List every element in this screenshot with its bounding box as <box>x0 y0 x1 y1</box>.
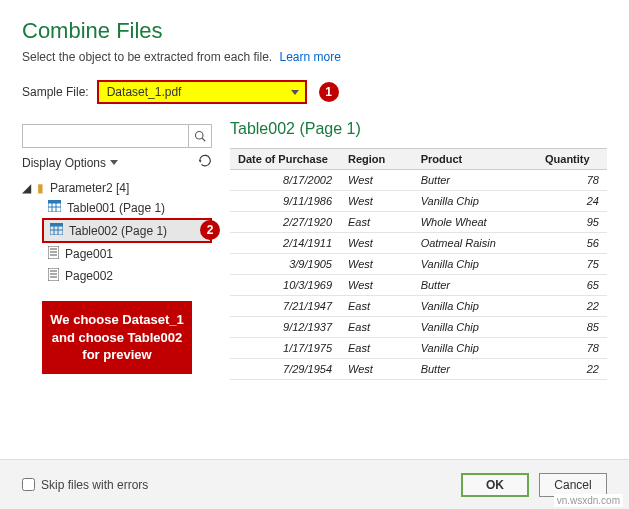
skip-files-checkbox[interactable] <box>22 478 35 491</box>
table-row[interactable]: 10/3/1969WestButter65 <box>230 275 607 296</box>
table-cell: Vanilla Chip <box>413 191 537 212</box>
svg-rect-14 <box>50 223 63 226</box>
chevron-down-icon <box>110 160 118 165</box>
table-cell: East <box>340 296 413 317</box>
table-cell: Whole Wheat <box>413 212 537 233</box>
table-cell: West <box>340 170 413 191</box>
table-icon <box>48 200 61 215</box>
table-cell: 56 <box>537 233 607 254</box>
folder-icon: ▮ <box>37 181 44 195</box>
chevron-down-icon <box>291 90 299 95</box>
page-icon <box>48 246 59 262</box>
annotation-callout: We choose Dataset_1 and choose Table002 … <box>42 301 192 374</box>
table-cell: 22 <box>537 359 607 380</box>
table-row[interactable]: 8/17/2002WestButter78 <box>230 170 607 191</box>
table-cell: 65 <box>537 275 607 296</box>
preview-title: Table002 (Page 1) <box>230 120 607 138</box>
table-row[interactable]: 1/17/1975EastVanilla Chip78 <box>230 338 607 359</box>
column-header[interactable]: Quantity <box>537 149 607 170</box>
table-cell: Vanilla Chip <box>413 317 537 338</box>
table-cell: 78 <box>537 170 607 191</box>
navigator-tree: ◢ ▮ Parameter2 [4] Table001 (Page 1)Tabl… <box>22 179 212 287</box>
skip-files-label: Skip files with errors <box>41 478 148 492</box>
table-cell: 7/29/1954 <box>230 359 340 380</box>
table-cell: Butter <box>413 275 537 296</box>
column-header[interactable]: Date of Purchase <box>230 149 340 170</box>
table-row[interactable]: 9/11/1986WestVanilla Chip24 <box>230 191 607 212</box>
table-cell: East <box>340 212 413 233</box>
skip-files-checkbox-wrap[interactable]: Skip files with errors <box>22 478 148 492</box>
search-input-wrap[interactable] <box>22 124 212 148</box>
sample-file-dropdown[interactable]: Dataset_1.pdf <box>97 80 307 104</box>
table-cell: West <box>340 275 413 296</box>
search-icon[interactable] <box>188 125 211 147</box>
table-cell: 2/14/1911 <box>230 233 340 254</box>
table-row[interactable]: 7/29/1954WestButter22 <box>230 359 607 380</box>
table-cell: Vanilla Chip <box>413 296 537 317</box>
table-cell: East <box>340 338 413 359</box>
tree-item-label: Table001 (Page 1) <box>67 201 165 215</box>
tree-item-label: Page002 <box>65 269 113 283</box>
svg-marker-2 <box>199 160 202 163</box>
table-cell: West <box>340 254 413 275</box>
sample-file-value: Dataset_1.pdf <box>107 85 182 99</box>
table-icon <box>50 223 63 238</box>
search-input[interactable] <box>23 125 188 147</box>
display-options-label: Display Options <box>22 156 106 170</box>
sample-file-label: Sample File: <box>22 85 89 99</box>
tree-root-label: Parameter2 [4] <box>50 181 129 195</box>
ok-button[interactable]: OK <box>461 473 529 497</box>
table-row[interactable]: 2/14/1911WestOatmeal Raisin56 <box>230 233 607 254</box>
tree-item-page002[interactable]: Page002 <box>44 265 212 287</box>
table-row[interactable]: 7/21/1947EastVanilla Chip22 <box>230 296 607 317</box>
tree-item-table002-page-1-[interactable]: Table002 (Page 1)2 <box>42 218 212 243</box>
table-row[interactable]: 9/12/1937EastVanilla Chip85 <box>230 317 607 338</box>
table-row[interactable]: 3/9/1905WestVanilla Chip75 <box>230 254 607 275</box>
table-cell: 2/27/1920 <box>230 212 340 233</box>
table-cell: 9/11/1986 <box>230 191 340 212</box>
table-cell: 10/3/1969 <box>230 275 340 296</box>
tree-item-table001-page-1-[interactable]: Table001 (Page 1) <box>44 197 212 218</box>
dialog-subtitle: Select the object to be extracted from e… <box>22 50 272 64</box>
display-options-dropdown[interactable]: Display Options <box>22 156 118 170</box>
table-cell: Butter <box>413 170 537 191</box>
table-cell: West <box>340 191 413 212</box>
column-header[interactable]: Region <box>340 149 413 170</box>
column-header[interactable]: Product <box>413 149 537 170</box>
table-cell: Vanilla Chip <box>413 338 537 359</box>
table-cell: West <box>340 233 413 254</box>
table-cell: East <box>340 317 413 338</box>
watermark: vn.wsxdn.com <box>554 494 623 507</box>
tree-item-page001[interactable]: Page001 <box>44 243 212 265</box>
table-cell: 1/17/1975 <box>230 338 340 359</box>
table-cell: 75 <box>537 254 607 275</box>
table-cell: Butter <box>413 359 537 380</box>
table-cell: 3/9/1905 <box>230 254 340 275</box>
svg-point-0 <box>196 132 204 140</box>
refresh-icon[interactable] <box>198 154 212 171</box>
learn-more-link[interactable]: Learn more <box>279 50 340 64</box>
table-cell: 78 <box>537 338 607 359</box>
tree-item-label: Table002 (Page 1) <box>69 224 167 238</box>
table-cell: 7/21/1947 <box>230 296 340 317</box>
cancel-button[interactable]: Cancel <box>539 473 607 497</box>
tree-root-item[interactable]: ◢ ▮ Parameter2 [4] <box>22 179 212 197</box>
table-cell: West <box>340 359 413 380</box>
table-cell: 85 <box>537 317 607 338</box>
table-cell: 95 <box>537 212 607 233</box>
page-icon <box>48 268 59 284</box>
table-cell: 9/12/1937 <box>230 317 340 338</box>
table-cell: Vanilla Chip <box>413 254 537 275</box>
preview-table: Date of PurchaseRegionProductQuantity 8/… <box>230 148 607 380</box>
table-cell: Oatmeal Raisin <box>413 233 537 254</box>
collapse-icon[interactable]: ◢ <box>22 181 31 195</box>
table-row[interactable]: 2/27/1920EastWhole Wheat95 <box>230 212 607 233</box>
callout-badge-1: 1 <box>319 82 339 102</box>
table-cell: 8/17/2002 <box>230 170 340 191</box>
dialog-title: Combine Files <box>22 18 607 44</box>
table-cell: 24 <box>537 191 607 212</box>
table-cell: 22 <box>537 296 607 317</box>
svg-rect-8 <box>48 200 61 203</box>
callout-badge-2: 2 <box>200 220 220 240</box>
tree-item-label: Page001 <box>65 247 113 261</box>
